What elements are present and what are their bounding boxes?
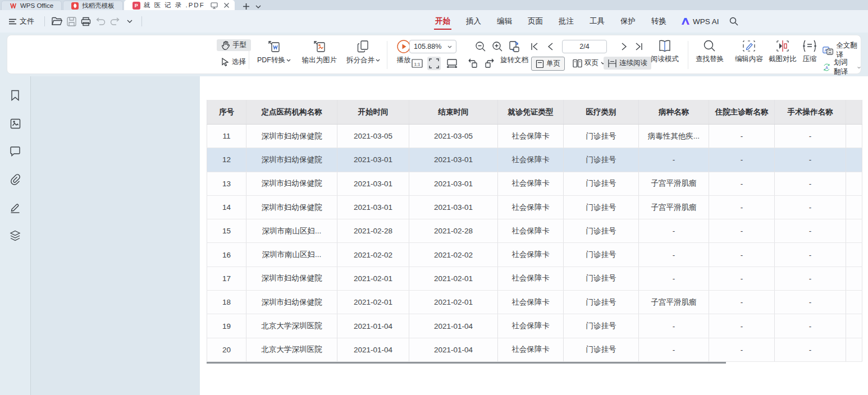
left-panel-icon-strip xyxy=(0,76,31,395)
table-cell: - xyxy=(709,314,775,337)
menu-annotate[interactable]: 批注 xyxy=(551,12,582,31)
table-cell: 17 xyxy=(207,267,246,290)
attachment-icon[interactable] xyxy=(8,173,22,186)
table-cell: 手术操作名称 xyxy=(775,100,846,124)
next-page-button[interactable] xyxy=(618,40,631,53)
table-cell: - xyxy=(639,219,709,242)
table-cell: 北京大学深圳医院 xyxy=(246,338,337,361)
table-bottom-border xyxy=(207,362,726,364)
table-cell: 社会保障卡 xyxy=(498,196,564,219)
export-image-button[interactable]: 输出为图片 xyxy=(297,39,342,65)
last-page-button[interactable] xyxy=(633,40,645,53)
layers-icon[interactable] xyxy=(8,229,22,242)
edit-content-button[interactable]: 编辑内容 xyxy=(730,39,768,64)
present-window-icon[interactable] xyxy=(211,2,218,9)
table-cell xyxy=(846,291,862,314)
fit-width-button[interactable] xyxy=(445,57,459,70)
svg-text:A: A xyxy=(825,66,828,70)
rotate-right-button[interactable] xyxy=(483,57,496,70)
redo-button[interactable] xyxy=(108,14,122,29)
table-cell: 深圳市妇幼保健院 xyxy=(246,291,337,314)
menu-page[interactable]: 页面 xyxy=(520,12,551,31)
table-cell: - xyxy=(775,219,846,242)
hand-icon xyxy=(221,41,230,50)
word-translate-button[interactable]: A 划词翻译 xyxy=(823,58,861,77)
table-cell: 社会保障卡 xyxy=(498,243,564,266)
continuous-reading-button[interactable]: 连续阅读 xyxy=(604,57,651,70)
menu-bar: 文件 开始 插入 编辑 页面 批注 工具 保护 转换 xyxy=(0,10,868,33)
zoom-level-dropdown[interactable]: 105.88% xyxy=(409,40,456,53)
menu-convert[interactable]: 转换 xyxy=(643,12,674,31)
close-tab-icon[interactable] xyxy=(223,2,230,8)
table-cell: 18 xyxy=(207,291,246,314)
menu-insert[interactable]: 插入 xyxy=(458,12,489,31)
select-tool-button[interactable]: 选择 xyxy=(217,56,250,68)
table-row: 15深圳市南山区妇...2021-02-282021-02-28社会保障卡门诊挂… xyxy=(207,219,862,243)
tab-list-chevron-icon[interactable] xyxy=(255,5,261,8)
more-actions-chevron-icon[interactable] xyxy=(122,14,137,29)
compress-label: 压缩 xyxy=(803,54,817,64)
divider xyxy=(387,41,387,69)
full-translate-button[interactable]: A 全文翻译 xyxy=(823,41,861,60)
hamburger-icon xyxy=(9,19,16,25)
table-cell xyxy=(846,219,862,242)
export-image-label: 输出为图片 xyxy=(302,56,337,65)
compress-button[interactable]: 压缩 xyxy=(798,39,821,64)
menu-search-icon[interactable] xyxy=(729,17,738,26)
fit-page-button[interactable] xyxy=(427,57,441,70)
menu-home[interactable]: 开始 xyxy=(427,12,458,31)
table-cell: 2021-02-01 xyxy=(409,267,498,290)
rotate-document-button[interactable]: 旋转文档 xyxy=(497,39,532,65)
table-cell: 定点医药机构名称 xyxy=(246,100,337,124)
table-cell: 结束时间 xyxy=(409,100,498,124)
undo-button[interactable] xyxy=(93,14,108,29)
save-button[interactable] xyxy=(64,14,79,29)
page-number-input[interactable]: 2/4 xyxy=(562,40,607,53)
full-translate-label: 全文翻译 xyxy=(836,41,861,60)
table-cell: 15 xyxy=(207,219,246,242)
tab-wps-office[interactable]: WPS Office xyxy=(1,1,62,10)
screenshot-compare-button[interactable]: 截图对比 xyxy=(764,39,801,64)
table-cell: 门诊挂号 xyxy=(564,243,639,266)
print-button[interactable] xyxy=(79,14,93,29)
signature-pen-icon[interactable] xyxy=(8,201,22,214)
new-tab-icon[interactable] xyxy=(243,3,250,10)
table-cell: 2021-03-01 xyxy=(337,196,409,219)
menu-protect[interactable]: 保护 xyxy=(613,12,643,31)
zoom-out-button[interactable] xyxy=(474,40,487,53)
table-row: 19北京大学深圳医院2021-01-042021-01-04社会保障卡门诊挂号-… xyxy=(207,314,862,338)
table-cell: 2021-02-02 xyxy=(337,243,409,266)
menu-tools[interactable]: 工具 xyxy=(582,12,613,31)
file-menu-button[interactable]: 文件 xyxy=(0,16,40,26)
pdf-page[interactable]: 序号定点医药机构名称开始时间结束时间就诊凭证类型医疗类别病种名称住院主诊断名称手… xyxy=(200,76,868,395)
zoom-level-value: 105.88% xyxy=(414,43,441,50)
table-cell: 门诊挂号 xyxy=(564,338,639,361)
wps-ai-button[interactable]: WPS AI xyxy=(674,13,726,30)
thumbnail-icon[interactable] xyxy=(8,117,22,130)
comment-icon[interactable] xyxy=(8,145,22,158)
table-cell: 深圳市南山区妇... xyxy=(246,243,337,266)
table-cell: 2021-02-02 xyxy=(409,243,498,266)
open-file-button[interactable] xyxy=(49,14,64,29)
continuous-reading-label: 连续阅读 xyxy=(619,58,647,68)
actual-size-button[interactable]: 1:1 xyxy=(410,57,424,70)
first-page-button[interactable] xyxy=(528,40,541,53)
table-cell: 14 xyxy=(207,196,246,219)
table-cell: 就诊凭证类型 xyxy=(498,100,564,124)
tab-document-pdf[interactable]: P 就 医 记 录 .PDF xyxy=(124,0,235,10)
table-cell: 16 xyxy=(207,243,246,266)
rotate-left-button[interactable] xyxy=(467,57,479,70)
single-page-mode-button[interactable]: 单页 xyxy=(531,57,565,71)
pdf-convert-button[interactable]: PDF转换 xyxy=(253,39,295,65)
table-cell: 社会保障卡 xyxy=(498,267,564,290)
menu-edit[interactable]: 编辑 xyxy=(489,12,520,31)
hand-tool-button[interactable]: 手型 xyxy=(217,39,251,51)
bookmark-icon[interactable] xyxy=(8,89,22,102)
document-area: 序号定点医药机构名称开始时间结束时间就诊凭证类型医疗类别病种名称住院主诊断名称手… xyxy=(0,76,868,395)
read-mode-button[interactable]: 阅读模式 xyxy=(647,39,682,64)
tab-docer-templates[interactable]: 找稻壳模板 xyxy=(63,1,123,10)
table-cell xyxy=(846,148,862,171)
find-replace-button[interactable]: 查找替换 xyxy=(691,39,728,64)
split-merge-button[interactable]: 拆分合并 xyxy=(343,39,383,65)
previous-page-button[interactable] xyxy=(544,40,556,53)
